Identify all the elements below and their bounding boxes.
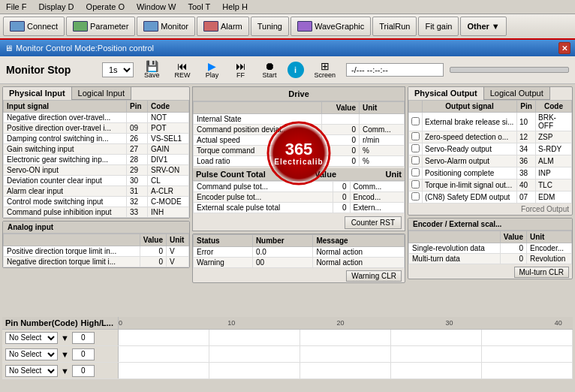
trialrun-button[interactable]: TrialRun (372, 17, 417, 36)
drive-row-label: Command position deviat... (194, 125, 322, 135)
output-checkbox[interactable] (411, 180, 420, 188)
info-button[interactable]: i (288, 62, 304, 78)
ff-button[interactable]: ⏭ FF (230, 59, 252, 80)
menu-operate[interactable]: Operate O (83, 2, 128, 12)
status-type: Error (194, 247, 253, 258)
output-pin: 36 (517, 155, 536, 167)
code-val: CL (148, 176, 189, 186)
pin-num: 28 (127, 155, 148, 165)
timeline-track-0 (119, 330, 573, 345)
fitgain-button[interactable]: Fit gain (418, 17, 459, 36)
wavegraphic-button[interactable]: WaveGraphic (291, 17, 371, 36)
status-number: 0.0 (252, 247, 312, 258)
col-output-code: Code (536, 101, 572, 113)
output-cb-cell[interactable] (409, 131, 423, 143)
save-icon: 💾 (146, 61, 158, 71)
pin-num: 30 (127, 176, 148, 186)
output-cb-cell[interactable] (409, 191, 423, 204)
tab-logical-input[interactable]: Logical Input (72, 87, 131, 100)
output-signal-name: External brake release si... (423, 113, 517, 131)
rew-button[interactable]: ⏮ REW (170, 59, 195, 80)
output-checkbox[interactable] (411, 132, 420, 140)
time-select[interactable]: 1s (102, 62, 134, 77)
analog-input-panel: Analog input Value Unit Positive directi… (2, 221, 190, 268)
pin-value-1[interactable] (72, 348, 95, 360)
output-checkbox[interactable] (411, 168, 420, 176)
output-cb-cell[interactable] (409, 155, 423, 167)
timeline-section: Pin Number(Code) High/L... 0 10 20 30 40… (0, 317, 575, 381)
menu-tool[interactable]: Tool T (185, 2, 214, 12)
output-checkbox[interactable] (411, 144, 420, 152)
monitor-button[interactable]: Monitor (137, 17, 195, 36)
output-signal-name: Servo-Alarm output (423, 155, 517, 167)
output-pin: 34 (517, 143, 536, 155)
output-checkbox[interactable] (411, 156, 420, 164)
col-drive-unit: Unit (360, 102, 405, 114)
pin-select-2[interactable]: No Select (5, 365, 58, 377)
pulse-row-label: External scale pulse total (194, 203, 333, 213)
mul-turn-clr-button[interactable]: Mul-turn CLR (514, 267, 569, 278)
col-enc-value: Value (500, 231, 526, 243)
menu-display[interactable]: Display D (36, 2, 77, 12)
timeline-label-0: No Select ▼ (2, 330, 119, 345)
drive-row-unit (360, 114, 405, 125)
play-button[interactable]: ▶ Play (201, 59, 224, 80)
pin-value-0[interactable] (72, 332, 95, 344)
output-code: EDM (536, 191, 572, 204)
monitor-stop-title: Monitor Stop (6, 64, 96, 76)
enc-value: 0 (500, 243, 526, 254)
output-cb-cell[interactable] (409, 167, 423, 179)
scale-mark-0: 0 (119, 319, 122, 327)
table-row: Zero-speed detection o... 12 ZSP (409, 131, 572, 143)
window-title: Monitor Control Mode:Position control (16, 44, 154, 53)
tab-physical-input[interactable]: Physical Input (3, 87, 72, 100)
timeline-header-labels: Pin Number(Code) High/L... (2, 317, 118, 329)
connect-button[interactable]: Connect (3, 17, 65, 36)
output-signal-name: (CN8) Safety EDM output (423, 191, 517, 204)
pulse-row-unit: Comm... (350, 182, 404, 192)
other-button[interactable]: Other ▼ (460, 17, 506, 36)
output-cb-cell[interactable] (409, 179, 423, 191)
close-button[interactable]: ✕ (558, 42, 570, 54)
pulse-row-value: 0 (333, 203, 351, 213)
table-row: Multi-turn data 0 Revolution (409, 254, 572, 264)
parameter-button[interactable]: Parameter (66, 17, 135, 36)
tuning-button[interactable]: Tuning (251, 17, 289, 36)
pin-select-0[interactable]: No Select (5, 332, 58, 344)
output-cb-cell[interactable] (409, 113, 423, 131)
table-row: Encoder pulse tot... 0 Encod... (194, 192, 405, 203)
physical-output-panel: Physical Output Logical Output Output si… (408, 86, 573, 216)
output-checkbox[interactable] (411, 192, 420, 201)
col-output-signal: Output signal (423, 101, 517, 113)
output-checkbox[interactable] (411, 117, 420, 125)
enc-unit: Revolution (527, 254, 572, 264)
col-pin: Pin (127, 101, 148, 113)
col-drive-label (194, 102, 322, 114)
pin-num (127, 113, 148, 123)
signal-name: Control mode switching input (4, 197, 127, 207)
ai-value: 0 (140, 246, 166, 257)
output-cb-cell[interactable] (409, 143, 423, 155)
table-row: Positive direction torque limit in... 0 … (4, 246, 189, 257)
timeline-slider[interactable] (450, 67, 569, 73)
pin-value-2[interactable] (72, 365, 95, 377)
output-signal-name: Servo-Ready output (423, 143, 517, 155)
counter-rst-button[interactable]: Counter RST (345, 216, 402, 229)
analog-input-label: Analog input (3, 222, 189, 234)
warning-clr-button[interactable]: Warning CLR (346, 270, 402, 282)
pin-select-1[interactable]: No Select (5, 348, 58, 360)
tab-logical-output[interactable]: Logical Output (484, 87, 550, 100)
alarm-button[interactable]: Alarm (197, 17, 249, 36)
menu-window[interactable]: Window W (134, 2, 179, 12)
encoder-title: Encoder / External scal... (408, 219, 572, 231)
pulse-row-unit: Encod... (350, 192, 404, 203)
menu-help[interactable]: Help H (219, 2, 251, 12)
save-button[interactable]: 💾 Save (140, 59, 164, 80)
pin-num: 27 (127, 144, 148, 155)
screen-button[interactable]: ⊞ Screen (310, 59, 341, 80)
start-button[interactable]: ⏺ Start (258, 59, 281, 80)
output-code: ALM (536, 155, 572, 167)
drive-row-value (322, 114, 360, 125)
menu-file[interactable]: File F (3, 2, 30, 12)
tab-physical-output[interactable]: Physical Output (408, 87, 484, 100)
